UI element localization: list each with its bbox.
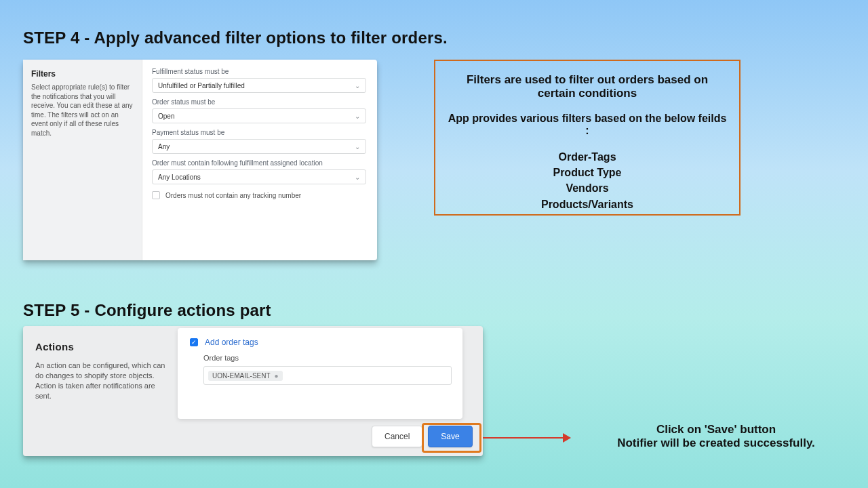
save-callout-line2: Notifier will be created successfully. — [574, 436, 859, 450]
chevron-down-icon: ⌄ — [355, 82, 360, 89]
chevron-down-icon: ⌄ — [355, 143, 360, 150]
payment-status-value: Any — [158, 143, 170, 150]
actions-sidebar-desc: An action can be configured, which can d… — [35, 361, 165, 401]
location-select[interactable]: Any Locations ⌄ — [152, 169, 366, 184]
fulfillment-status-select[interactable]: Unfulfilled or Partially fulfilled ⌄ — [152, 78, 366, 93]
save-button[interactable]: Save — [428, 426, 472, 447]
step5-title: STEP 5 - Configure actions part — [23, 301, 271, 320]
step4-title: STEP 4 - Apply advanced filter options t… — [23, 28, 448, 47]
info-list: Order-Tags Product Type Vendors Products… — [446, 149, 728, 212]
order-tag-chip[interactable]: UON-EMAIL-SENT ● — [208, 371, 283, 381]
order-status-label: Order status must be — [152, 98, 366, 106]
filters-panel: Filters Select appropriate rule(s) to fi… — [23, 60, 377, 260]
action-buttons: Cancel Save — [372, 426, 473, 447]
location-label: Order must contain following fulfillment… — [152, 159, 366, 167]
chevron-down-icon: ⌄ — [355, 174, 360, 181]
tracking-checkbox-row[interactable]: Orders must not contain any tracking num… — [152, 191, 366, 199]
save-callout: Click on 'Save' button Notifier will be … — [574, 423, 859, 450]
arrow-head-icon — [563, 433, 571, 443]
checkbox-icon[interactable] — [152, 191, 160, 199]
payment-status-label: Payment status must be — [152, 129, 366, 136]
info-line3: App provides various filters based on th… — [446, 113, 728, 137]
filters-sidebar-desc: Select appropriate rule(s) to filter the… — [31, 83, 134, 138]
actions-sidebar-title: Actions — [35, 341, 165, 352]
arrow-line — [483, 437, 564, 439]
info-line2: certain conditions — [446, 87, 728, 100]
order-tag-chip-text: UON-EMAIL-SENT — [212, 372, 271, 380]
remove-tag-icon[interactable]: ● — [275, 372, 279, 380]
order-status-value: Open — [158, 113, 174, 120]
info-item: Order-Tags — [446, 149, 728, 165]
save-callout-line1: Click on 'Save' button — [574, 423, 859, 436]
add-order-tags-row[interactable]: ✓ Add order tags — [190, 338, 450, 347]
info-item: Products/Variants — [446, 197, 728, 212]
info-item: Vendors — [446, 180, 728, 196]
order-status-select[interactable]: Open ⌄ — [152, 108, 366, 123]
tracking-checkbox-label: Orders must not contain any tracking num… — [165, 192, 301, 199]
add-order-tags-label: Add order tags — [205, 338, 258, 347]
filters-form: Fulfillment status must be Unfulfilled o… — [142, 60, 377, 260]
actions-sidebar: Actions An action can be configured, whi… — [23, 326, 178, 456]
add-order-tags-card: ✓ Add order tags Order tags UON-EMAIL-SE… — [178, 328, 462, 419]
payment-status-select[interactable]: Any ⌄ — [152, 139, 366, 154]
fulfillment-status-label: Fulfillment status must be — [152, 68, 366, 75]
filters-sidebar-title: Filters — [31, 69, 134, 79]
chevron-down-icon: ⌄ — [355, 113, 360, 120]
info-line1: Filters are used to filter out orders ba… — [446, 73, 728, 87]
order-tags-label: Order tags — [203, 354, 450, 362]
info-item: Product Type — [446, 165, 728, 180]
filters-sidebar: Filters Select appropriate rule(s) to fi… — [23, 60, 142, 260]
cancel-button[interactable]: Cancel — [372, 426, 422, 447]
location-value: Any Locations — [158, 174, 201, 181]
fulfillment-status-value: Unfulfilled or Partially fulfilled — [158, 82, 245, 89]
filters-info-box: Filters are used to filter out orders ba… — [434, 60, 741, 216]
order-tags-input[interactable]: UON-EMAIL-SENT ● — [203, 366, 452, 385]
checkbox-checked-icon[interactable]: ✓ — [190, 338, 198, 346]
